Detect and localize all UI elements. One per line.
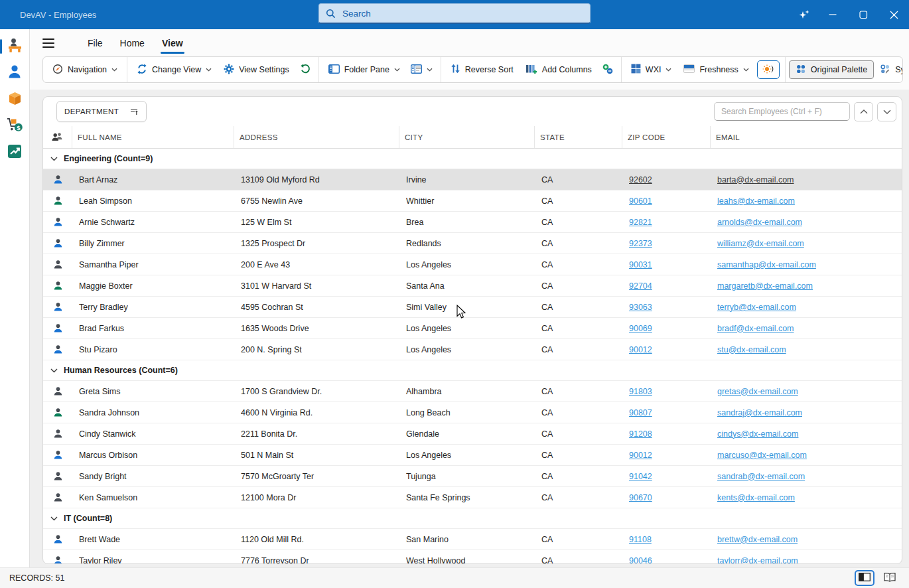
system-accent-color-button[interactable]: System Accent Color <box>874 60 903 80</box>
zip-link[interactable]: 90069 <box>629 324 652 333</box>
reset-view-button[interactable] <box>295 60 315 80</box>
tab-file[interactable]: File <box>79 33 111 53</box>
navigation-button[interactable]: Navigation <box>46 60 123 80</box>
zip-link[interactable]: 92704 <box>629 281 652 291</box>
email-link[interactable]: williamz@dx-email.com <box>717 239 804 248</box>
folder-pane-button[interactable]: Folder Pane <box>322 60 406 80</box>
zip-link[interactable]: 91803 <box>629 387 652 396</box>
zip-link[interactable]: 92373 <box>629 239 652 248</box>
email-link[interactable]: kents@dx-email.com <box>717 493 795 502</box>
sidebar-item-reports[interactable] <box>0 139 29 166</box>
zip-link[interactable]: 90031 <box>629 260 652 269</box>
table-row[interactable]: Taylor Riley7776 Torreyson DrWest Hollyw… <box>43 550 902 563</box>
email-link[interactable]: samanthap@dx-email.com <box>717 260 816 269</box>
sidebar-item-products[interactable] <box>0 86 29 113</box>
table-row[interactable]: Sandy Bright7570 McGroarty TerTujungaCA9… <box>43 465 902 486</box>
email-link[interactable]: barta@dx-email.com <box>717 175 794 184</box>
table-row[interactable]: Ken Samuelson12100 Mora DrSanta Fe Sprin… <box>43 486 902 508</box>
zip-link[interactable]: 93063 <box>629 303 652 312</box>
zip-link[interactable]: 91208 <box>629 429 652 439</box>
email-link[interactable]: marcuso@dx-email.com <box>717 451 807 460</box>
zip-link[interactable]: 92821 <box>629 218 652 227</box>
column-header-address[interactable]: ADDRESS <box>234 126 399 148</box>
zip-link[interactable]: 90012 <box>629 451 652 460</box>
table-row[interactable]: Bart Arnaz13109 Old Myford RdIrvineCA926… <box>43 169 902 190</box>
tab-view[interactable]: View <box>153 33 192 53</box>
column-header-state[interactable]: STATE <box>535 126 622 148</box>
close-button[interactable] <box>878 0 909 29</box>
minimize-button[interactable] <box>817 0 848 29</box>
table-row[interactable]: Leah Simpson6755 Newlin AveWhittierCA906… <box>43 190 902 211</box>
sidebar-item-employees[interactable] <box>0 33 29 60</box>
group-by-department-chip[interactable]: DEPARTMENT <box>56 101 147 122</box>
table-row[interactable]: Maggie Boxter3101 W Harvard StSanta AnaC… <box>43 275 902 296</box>
find-next-button[interactable] <box>877 102 896 121</box>
zip-link[interactable]: 90012 <box>629 345 652 354</box>
column-header-full-name[interactable]: FULL NAME <box>72 126 234 148</box>
hamburger-menu-icon[interactable] <box>42 38 54 48</box>
sidebar-item-customers[interactable] <box>0 60 29 86</box>
zip-link[interactable]: 90601 <box>629 196 652 206</box>
group-collapse-icon[interactable] <box>50 157 58 161</box>
email-link[interactable]: gretas@dx-email.com <box>717 387 798 396</box>
reading-pane-button[interactable] <box>406 60 437 80</box>
email-link[interactable]: cindys@dx-email.com <box>717 429 798 439</box>
email-link[interactable]: terryb@dx-email.com <box>717 303 796 312</box>
add-columns-button[interactable]: Add Columns <box>520 60 598 80</box>
table-row[interactable]: Arnie Schwartz125 W Elm StBreaCA92821arn… <box>43 211 902 232</box>
group-collapse-icon[interactable] <box>50 368 58 373</box>
table-row[interactable]: Brad Farkus1635 Woods DriveLos AngelesCA… <box>43 317 902 338</box>
expand-collapse-button[interactable] <box>598 60 618 80</box>
tab-home[interactable]: Home <box>111 33 153 53</box>
table-row[interactable]: Cindy Stanwick2211 Bonita Dr.GlendaleCA9… <box>43 423 902 444</box>
find-previous-button[interactable] <box>854 102 873 121</box>
grid-search-input[interactable] <box>714 102 850 121</box>
email-link[interactable]: taylorr@dx-email.com <box>717 556 798 564</box>
freshness-palette-button[interactable]: Freshness <box>677 60 754 80</box>
zip-link[interactable]: 92602 <box>629 175 652 184</box>
maximize-button[interactable] <box>848 0 878 29</box>
search-input[interactable] <box>341 8 583 19</box>
email-link[interactable]: leahs@dx-email.com <box>717 196 795 206</box>
email-link[interactable]: bradf@dx-email.com <box>717 324 794 333</box>
grid-view-toggle-button[interactable] <box>855 570 874 586</box>
reverse-sort-button[interactable]: Reverse Sort <box>445 60 520 80</box>
person-column-header[interactable] <box>43 126 72 148</box>
column-header-city[interactable]: CITY <box>399 126 535 148</box>
table-row[interactable]: Billy Zimmer1325 Prospect DrRedlandsCA92… <box>43 232 902 254</box>
email-link[interactable]: margaretb@dx-email.com <box>717 281 813 291</box>
email-link[interactable]: arnolds@dx-email.com <box>717 218 802 227</box>
table-row[interactable]: Brett Wade1120 Old Mill Rd.San MarinoCA9… <box>43 528 902 550</box>
ai-sparkle-icon[interactable] <box>791 0 817 29</box>
cell-zip: 90069 <box>622 324 711 333</box>
column-header-email[interactable]: EMAIL <box>711 126 902 148</box>
zip-link[interactable]: 90046 <box>629 556 652 564</box>
email-link[interactable]: stu@dx-email.com <box>717 345 786 354</box>
zip-link[interactable]: 90670 <box>629 493 652 502</box>
group-row[interactable]: Human Resources (Count=6) <box>43 360 902 380</box>
column-header-zip[interactable]: ZIP CODE <box>622 126 711 148</box>
wxi-theme-button[interactable]: WXI <box>625 60 678 80</box>
zip-link[interactable]: 91042 <box>629 472 652 481</box>
group-row[interactable]: Engineering (Count=9) <box>43 149 902 169</box>
table-row[interactable]: Marcus Orbison501 N Main StLos AngelesCA… <box>43 444 902 465</box>
group-collapse-icon[interactable] <box>50 516 58 521</box>
email-link[interactable]: sandraj@dx-email.com <box>717 408 802 417</box>
table-row[interactable]: Stu Pizaro200 N. Spring StLos AngelesCA9… <box>43 338 902 360</box>
email-link[interactable]: brettw@dx-email.com <box>717 535 798 544</box>
global-search[interactable] <box>318 3 591 24</box>
zip-link[interactable]: 90807 <box>629 408 652 417</box>
table-row[interactable]: Sandra Johnson4600 N Virginia Rd.Long Be… <box>43 402 902 423</box>
sidebar-item-sales[interactable]: $ <box>0 113 29 139</box>
table-row[interactable]: Terry Bradley4595 Cochran StSimi ValleyC… <box>43 296 902 317</box>
zip-link[interactable]: 91108 <box>629 535 652 544</box>
change-view-button[interactable]: Change View <box>131 60 218 80</box>
email-link[interactable]: sandrab@dx-email.com <box>717 472 805 481</box>
reading-view-button[interactable] <box>880 570 900 586</box>
original-palette-button[interactable]: Original Palette <box>789 60 874 79</box>
group-row[interactable]: IT (Count=8) <box>43 508 902 528</box>
table-row[interactable]: Samantha Piper200 E Ave 43Los AngelesCA9… <box>43 254 902 275</box>
view-settings-button[interactable]: View Settings <box>218 60 295 80</box>
light-dark-toggle[interactable] <box>757 60 780 79</box>
table-row[interactable]: Greta Sims1700 S Grandview Dr.AlhambraCA… <box>43 380 902 402</box>
